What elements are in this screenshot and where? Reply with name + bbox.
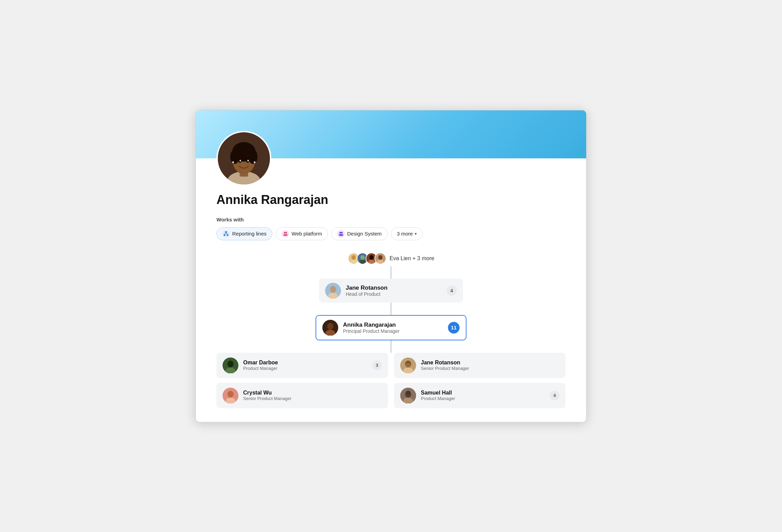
more-label: 3 more (397, 231, 413, 237)
svg-point-47 (227, 361, 234, 367)
more-tag[interactable]: 3 more ▾ (391, 227, 423, 240)
omar-title: Product Manager (243, 366, 367, 371)
header-banner (196, 110, 586, 158)
connector-line-3 (391, 340, 391, 353)
svg-point-41 (330, 286, 336, 293)
svg-point-12 (254, 161, 256, 163)
svg-rect-13 (225, 231, 227, 233)
samuel-info: Samuel Hall Product Manager (421, 390, 545, 401)
svg-point-23 (285, 234, 288, 236)
samuel-name: Samuel Hall (421, 390, 545, 396)
omar-name: Omar Darboe (243, 360, 367, 366)
child-card-jane[interactable]: Jane Rotanson Senior Product Manager (394, 353, 566, 378)
connector-line-2 (391, 303, 391, 315)
tag-reporting-lines[interactable]: Reporting lines (216, 227, 272, 240)
top-group-label: Eva Lien + 3 more (390, 255, 434, 262)
manager-avatar (325, 283, 341, 299)
person-name: Annika Rangarajan (216, 193, 566, 207)
samuel-avatar (400, 388, 416, 403)
samuel-badge: 4 (550, 391, 559, 400)
child-card-samuel[interactable]: Samuel Hall Product Manager 4 (394, 383, 566, 408)
svg-point-27 (341, 234, 343, 236)
svg-point-54 (227, 391, 234, 398)
manager-badge: 4 (447, 286, 457, 296)
omar-badge: 3 (372, 361, 382, 370)
svg-point-33 (359, 259, 366, 264)
works-with-label: Works with (216, 217, 566, 222)
profile-avatar (216, 131, 271, 186)
svg-point-29 (352, 255, 356, 260)
child-card-crystal[interactable]: Crystal Wu Senior Product Manager (216, 383, 388, 408)
manager-title: Head of Product (346, 291, 442, 297)
child-card-omar[interactable]: Omar Darboe Product Manager 3 (216, 353, 388, 378)
svg-rect-14 (224, 234, 225, 236)
svg-point-21 (285, 232, 287, 233)
org-chart: Eva Lien + 3 more Jane Rotanson Head of … (216, 253, 566, 408)
crystal-info: Crystal Wu Senior Product Manager (243, 390, 382, 401)
current-avatar (322, 320, 338, 336)
svg-point-20 (284, 232, 286, 233)
org-icon (222, 230, 230, 238)
current-badge: 11 (448, 322, 460, 334)
svg-point-39 (377, 259, 383, 264)
manager-name: Jane Rotanson (346, 285, 442, 291)
svg-point-11 (232, 161, 234, 163)
svg-point-38 (378, 255, 382, 260)
chevron-down-icon: ▾ (415, 231, 417, 236)
svg-point-25 (341, 232, 343, 233)
current-card[interactable]: Annika Rangarajan Principal Product Mana… (316, 315, 466, 340)
people-pink-icon (282, 230, 289, 238)
current-info: Annika Rangarajan Principal Product Mana… (343, 322, 443, 334)
tag-reporting-lines-label: Reporting lines (232, 231, 266, 237)
crystal-title: Senior Product Manager (243, 396, 382, 401)
manager-card[interactable]: Jane Rotanson Head of Product 4 (319, 279, 463, 303)
jane-child-title: Senior Product Manager (421, 366, 559, 371)
svg-point-59 (406, 390, 410, 395)
people-purple-icon (337, 230, 345, 238)
main-window: Annika Rangarajan Works with Reporting l… (196, 110, 586, 422)
svg-point-35 (369, 255, 374, 260)
omar-info: Omar Darboe Product Manager (243, 360, 367, 371)
crystal-avatar (223, 388, 238, 403)
tag-design-system-label: Design System (347, 231, 382, 237)
svg-point-32 (360, 255, 365, 260)
jane-child-info: Jane Rotanson Senior Product Manager (421, 360, 559, 371)
children-row-1: Omar Darboe Product Manager 3 Jane Rotan… (216, 353, 566, 378)
children-section: Omar Darboe Product Manager 3 Jane Rotan… (216, 353, 566, 408)
current-name: Annika Rangarajan (343, 322, 443, 328)
svg-point-10 (247, 160, 249, 161)
tag-design-system[interactable]: Design System (331, 227, 388, 240)
jane-child-name: Jane Rotanson (421, 360, 559, 366)
svg-point-36 (368, 259, 375, 264)
tags-row: Reporting lines Web platform (216, 227, 566, 240)
svg-point-44 (327, 323, 333, 330)
avatar-stack (348, 253, 386, 264)
svg-point-5 (230, 149, 239, 164)
samuel-title: Product Manager (421, 396, 545, 401)
manager-info: Jane Rotanson Head of Product (346, 285, 442, 297)
svg-point-30 (351, 259, 357, 264)
current-title: Principal Product Manager (343, 328, 443, 334)
avatar-container (216, 131, 271, 186)
omar-avatar (223, 358, 238, 373)
tag-web-platform[interactable]: Web platform (276, 227, 328, 240)
mini-avatar-4 (375, 253, 386, 264)
tag-web-platform-label: Web platform (292, 231, 322, 237)
children-row-2: Crystal Wu Senior Product Manager Samuel… (216, 383, 566, 408)
connector-line-1 (391, 266, 391, 279)
svg-point-24 (340, 232, 341, 233)
crystal-name: Crystal Wu (243, 390, 382, 396)
content-area: Annika Rangarajan Works with Reporting l… (196, 158, 586, 422)
org-top-group[interactable]: Eva Lien + 3 more (348, 253, 434, 264)
jane-child-avatar (400, 358, 416, 373)
svg-rect-15 (227, 234, 228, 236)
svg-point-6 (248, 149, 258, 164)
svg-point-52 (405, 363, 411, 368)
svg-point-9 (240, 160, 241, 161)
